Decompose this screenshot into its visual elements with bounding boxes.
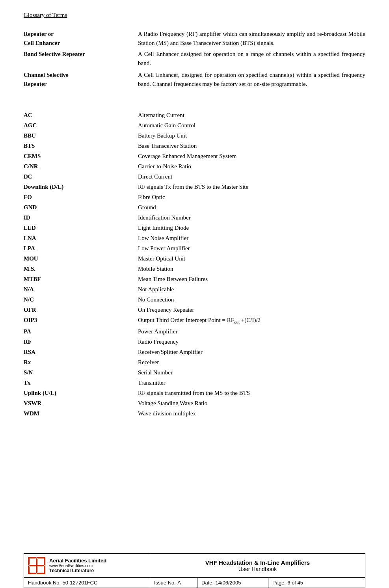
abbrev-desc-rx: Receiver (138, 357, 365, 367)
abbrev-desc-wdm: Wave division multiplex (138, 409, 365, 418)
abbreviations-section: AC Alternating Current AGC Automatic Gai… (24, 110, 365, 419)
logo-text-area: Aerial Facilities Limited www.AerialFaci… (49, 558, 106, 573)
abbrev-term-id: ID (24, 213, 138, 222)
abbrev-desc-fo: Fibre Optic (138, 192, 365, 202)
abbrev-term-fo: FO (24, 192, 138, 202)
footer-logo-area: Aerial Facilities Limited www.AerialFaci… (24, 554, 150, 577)
abbrev-term-mtbf: MTBF (24, 274, 138, 284)
abbrev-desc-agc: Automatic Gain Control (138, 121, 365, 130)
company-subtitle: Technical Literature (49, 568, 106, 573)
abbrev-term-nc: N/C (24, 295, 138, 304)
abbrev-nc: N/C No Connection (24, 295, 365, 304)
footer-main-title: VHF Headstation & In-Line Amplifiers (205, 559, 310, 566)
definitions-section: Repeater or Cell Enhancer A Radio Freque… (24, 30, 365, 91)
abbrev-id: ID Identification Number (24, 213, 365, 222)
footer-sub-title: User Handbook (238, 566, 277, 572)
abbrev-tx: Tx Transmitter (24, 378, 365, 387)
abbrev-desc-cems: Coverage Enhanced Management System (138, 151, 365, 161)
abbrev-term-rx: Rx (24, 357, 138, 367)
abbrev-desc-sn: Serial Number (138, 368, 365, 377)
footer-date: Date:-14/06/2005 (197, 578, 268, 588)
abbrev-bbu: BBU Battery Backup Unit (24, 131, 365, 140)
abbrev-dl: Downlink (D/L) RF signals Tx from the BT… (24, 182, 365, 192)
abbrev-ms: M.S. Mobile Station (24, 264, 365, 274)
abbrev-term-ms: M.S. (24, 264, 138, 274)
abbrev-desc-gnd: Ground (138, 203, 365, 212)
abbrev-term-dl: Downlink (D/L) (24, 182, 138, 192)
abbrev-bts: BTS Base Transceiver Station (24, 141, 365, 151)
abbrev-desc-na: Not Applicable (138, 285, 365, 294)
abbrev-term-oip3: OIP3 (24, 315, 138, 326)
abbrev-desc-lpa: Low Power Amplifier (138, 244, 365, 253)
footer-top: Aerial Facilities Limited www.AerialFaci… (24, 554, 365, 578)
def-row-repeater: Repeater or Cell Enhancer A Radio Freque… (24, 30, 365, 47)
abbrev-lna: LNA Low Noise Amplifier (24, 233, 365, 243)
abbrev-desc-tx: Transmitter (138, 378, 365, 387)
footer-spacer (24, 419, 365, 538)
footer: Aerial Facilities Limited www.AerialFaci… (24, 553, 365, 588)
abbrev-term-na: N/A (24, 285, 138, 294)
abbrev-desc-rsa: Receiver/Splitter Amplifier (138, 347, 365, 357)
abbrev-desc-ul: RF signals transmitted from the MS to th… (138, 388, 365, 398)
def-term-repeater: Repeater or Cell Enhancer (24, 30, 138, 47)
abbrev-ac: AC Alternating Current (24, 110, 365, 120)
abbrev-term-tx: Tx (24, 378, 138, 387)
abbrev-term-ac: AC (24, 110, 138, 120)
abbrev-mou: MOU Master Optical Unit (24, 254, 365, 263)
abbrev-desc-mtbf: Mean Time Between Failures (138, 274, 365, 284)
abbrev-desc-ac: Alternating Current (138, 110, 365, 120)
footer-bottom: Handbook Nō.-50-127201FCC Issue No:-A Da… (24, 578, 365, 588)
def-desc-repeater: A Radio Frequency (RF) amplifier which c… (138, 30, 365, 47)
abbrev-desc-vswr: Voltage Standing Wave Ratio (138, 398, 365, 408)
company-website: www.AerialFacilities.com (49, 564, 106, 568)
abbrev-term-pa: PA (24, 327, 138, 336)
abbrev-desc-nc: No Connection (138, 295, 365, 304)
abbrev-desc-lna: Low Noise Amplifier (138, 233, 365, 243)
abbrev-fo: FO Fibre Optic (24, 192, 365, 202)
def-term-band: Band Selective Repeater (24, 50, 138, 67)
abbrev-term-cems: CEMS (24, 151, 138, 161)
footer-issue: Issue No:-A (150, 578, 197, 588)
def-desc-band: A Cell Enhancer designed for operation o… (138, 50, 365, 67)
abbrev-term-lpa: LPA (24, 244, 138, 253)
abbrev-term-gnd: GND (24, 203, 138, 212)
abbrev-term-cnr: C/NR (24, 162, 138, 171)
abbrev-term-bbu: BBU (24, 131, 138, 140)
abbrev-desc-dc: Direct Current (138, 172, 365, 181)
abbrev-term-ofr: OFR (24, 305, 138, 314)
abbrev-desc-cnr: Carrier-to-Noise Ratio (138, 162, 365, 171)
footer-page: Page:-6 of 45 (268, 578, 365, 588)
abbrev-cems: CEMS Coverage Enhanced Management System (24, 151, 365, 161)
abbrev-term-dc: DC (24, 172, 138, 181)
abbrev-pa: PA Power Amplifier (24, 327, 365, 336)
abbrev-oip3: OIP3 Output Third Order Intercept Point … (24, 315, 365, 326)
def-desc-channel: A Cell Enhancer, designed for operation … (138, 71, 365, 88)
abbrev-led: LED Light Emitting Diode (24, 223, 365, 233)
abbrev-term-bts: BTS (24, 141, 138, 151)
abbrev-term-rsa: RSA (24, 347, 138, 357)
abbrev-term-rf: RF (24, 337, 138, 346)
footer-handbook: Handbook Nō.-50-127201FCC (24, 578, 150, 588)
abbrev-term-sn: S/N (24, 368, 138, 377)
company-name: Aerial Facilities Limited (49, 558, 106, 564)
abbrev-cnr: C/NR Carrier-to-Noise Ratio (24, 162, 365, 171)
abbrev-desc-bbu: Battery Backup Unit (138, 131, 365, 140)
abbrev-agc: AGC Automatic Gain Control (24, 121, 365, 130)
abbrev-desc-oip3: Output Third Order Intercept Point = RFo… (138, 315, 365, 326)
abbrev-desc-led: Light Emitting Diode (138, 223, 365, 233)
abbrev-term-agc: AGC (24, 121, 138, 130)
abbrev-desc-mou: Master Optical Unit (138, 254, 365, 263)
abbrev-vswr: VSWR Voltage Standing Wave Ratio (24, 398, 365, 408)
abbrev-rsa: RSA Receiver/Splitter Amplifier (24, 347, 365, 357)
abbrev-desc-dl: RF signals Tx from the BTS to the Master… (138, 182, 365, 192)
abbrev-ul: Uplink (U/L) RF signals transmitted from… (24, 388, 365, 398)
abbrev-term-lna: LNA (24, 233, 138, 243)
abbrev-desc-bts: Base Transceiver Station (138, 141, 365, 151)
page-title: Glossary of Terms (24, 12, 365, 19)
abbrev-desc-pa: Power Amplifier (138, 327, 365, 336)
abbrev-desc-ofr: On Frequency Repeater (138, 305, 365, 314)
footer-title-area: VHF Headstation & In-Line Amplifiers Use… (150, 554, 365, 577)
abbrev-term-ul: Uplink (U/L) (24, 388, 138, 398)
def-row-band: Band Selective Repeater A Cell Enhancer … (24, 50, 365, 67)
abbrev-wdm: WDM Wave division multiplex (24, 409, 365, 418)
